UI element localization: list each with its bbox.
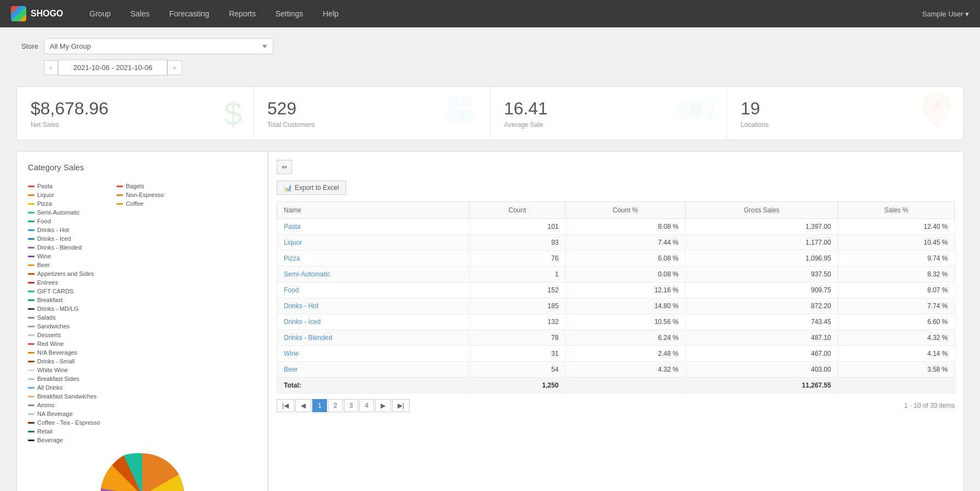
cell-count-pct: 6.24 % [565, 330, 685, 346]
resize-button[interactable]: ⇔ [277, 160, 292, 174]
col-count-pct: Count % [565, 202, 685, 219]
page-info: 1 - 10 of 33 items [904, 402, 955, 409]
page-first-button[interactable]: |◀ [277, 399, 294, 412]
page-3-button[interactable]: 3 [344, 399, 359, 412]
legend-drinks-mdlg: Drinks - MD/LG [28, 305, 100, 312]
col-name: Name [277, 202, 469, 219]
legend-bagels: Bagels [116, 183, 164, 189]
legend-drinks-iced: Drinks - Iced [28, 235, 100, 242]
svg-point-5 [691, 104, 702, 115]
table-total-row: Total: 1,250 11,267.55 [277, 378, 955, 394]
page-4-button[interactable]: 4 [359, 399, 374, 412]
page-next-button[interactable]: ▶ [375, 399, 391, 412]
money-icon [677, 95, 715, 132]
cell-sales-pct: 7.74 % [838, 298, 954, 314]
user-menu[interactable]: Sample User ▾ [922, 10, 969, 18]
user-name: Sample User [922, 10, 963, 18]
cell-name[interactable]: Liquor [277, 235, 469, 251]
cell-name[interactable]: Drinks - Blended [277, 330, 469, 346]
legend-pizza: Pizza [28, 200, 100, 207]
nav-sales[interactable]: Sales [120, 0, 159, 27]
export-label: Export to Excel [295, 184, 339, 192]
col-count: Count [469, 202, 565, 219]
cell-sales-pct: 4.14 % [838, 346, 954, 362]
legend-gift-cards: GIFT CARDS [28, 288, 100, 294]
col-gross-sales: Gross Sales [685, 202, 838, 219]
legend-entrees: Entrees [28, 279, 100, 286]
legend-coffee: Coffee [116, 200, 164, 207]
cell-count: 54 [469, 362, 565, 378]
legend-col-1: Pasta Liquor Pizza Semi-Automatic Food D… [28, 183, 100, 443]
total-gross: 11,267.55 [685, 378, 838, 394]
category-panel: Category Sales Pasta Liquor Pizza Semi-A… [16, 151, 268, 491]
net-sales-label: Net Sales [31, 121, 240, 129]
pagination: |◀ ◀ 1 2 3 4 ▶ ▶| 1 - 10 of 33 items [277, 399, 955, 412]
nav-help[interactable]: Help [313, 0, 348, 27]
table-row: Beer 54 4.32 % 403.00 3.58 % [277, 362, 955, 378]
table-row: Semi-Automatic 1 0.08 % 937.50 8.32 % [277, 267, 955, 282]
legend-sandwiches: Sandwiches [28, 323, 100, 330]
date-prev-button[interactable]: ‹ [44, 60, 58, 75]
col-sales-pct: Sales % [838, 202, 954, 219]
logo-icon [11, 6, 26, 21]
page-1-button[interactable]: 1 [312, 399, 327, 412]
nav-reports[interactable]: Reports [219, 0, 266, 27]
cell-count-pct: 4.32 % [565, 362, 685, 378]
legend-breakfast-sandwiches: Breakfast Sandwiches [28, 393, 100, 400]
cell-count-pct: 6.08 % [565, 251, 685, 267]
date-next-button[interactable]: › [167, 60, 182, 75]
locations-label: Locations [740, 121, 949, 129]
page-last-button[interactable]: ▶| [392, 399, 410, 412]
table-row: Pizza 76 6.08 % 1,096.95 9.74 % [277, 251, 955, 267]
cell-gross-sales: 872.20 [685, 298, 838, 314]
cell-name[interactable]: Drinks - Iced [277, 314, 469, 330]
cell-sales-pct: 6.60 % [838, 314, 954, 330]
legend-drinks-small: Drinks - Small [28, 358, 100, 365]
cell-sales-pct: 10.45 % [838, 235, 954, 251]
cell-name[interactable]: Semi-Automatic [277, 267, 469, 282]
cell-name[interactable]: Wine [277, 346, 469, 362]
store-select[interactable]: All My Group [44, 38, 273, 54]
cell-gross-sales: 467.00 [685, 346, 838, 362]
svg-point-7 [707, 112, 711, 117]
svg-point-0 [448, 96, 461, 109]
pie-chart-area [28, 449, 256, 491]
category-table: Name Count Count % Gross Sales Sales % P… [277, 201, 955, 394]
legend-beer: Beer [28, 262, 100, 268]
store-filter-row: Store All My Group [16, 38, 964, 54]
cell-name[interactable]: Drinks - Hot [277, 298, 469, 314]
app-logo[interactable]: SHOGO [11, 6, 63, 21]
stat-customers: 529 Total Customers [254, 87, 491, 140]
app-name: SHOGO [31, 9, 63, 19]
cell-count: 1 [469, 267, 565, 282]
legend-salads: Salads [28, 314, 100, 321]
cell-gross-sales: 1,177.00 [685, 235, 838, 251]
cell-name[interactable]: Pizza [277, 251, 469, 267]
table-row: Liquor 93 7.44 % 1,177.00 10.45 % [277, 235, 955, 251]
table-row: Food 152 12.16 % 909.75 8.07 % [277, 282, 955, 298]
nav-group[interactable]: Group [80, 0, 121, 27]
legend-drinks-hot: Drinks - Hot [28, 227, 100, 233]
date-range-display: 2021-10-06 - 2021-10-06 [58, 60, 167, 76]
page-prev-button[interactable]: ◀ [295, 399, 311, 412]
nav-items: Group Sales Forecasting Reports Settings… [80, 0, 923, 27]
cell-count-pct: 12.16 % [565, 282, 685, 298]
store-label: Store [16, 42, 38, 50]
cell-sales-pct: 4.32 % [838, 330, 954, 346]
navbar: SHOGO Group Sales Forecasting Reports Se… [0, 0, 980, 27]
legend-semi-auto: Semi-Automatic [28, 209, 100, 216]
cell-name[interactable]: Pasta [277, 219, 469, 235]
cell-count: 185 [469, 298, 565, 314]
legend-na-bev: N/A Beverages [28, 349, 100, 356]
nav-settings[interactable]: Settings [266, 0, 313, 27]
cell-name[interactable]: Beer [277, 362, 469, 378]
page-buttons: |◀ ◀ 1 2 3 4 ▶ ▶| [277, 399, 410, 412]
page-2-button[interactable]: 2 [328, 399, 343, 412]
cell-name[interactable]: Food [277, 282, 469, 298]
cell-count-pct: 2.48 % [565, 346, 685, 362]
table-row: Drinks - Iced 132 10.56 % 743.45 6.60 % [277, 314, 955, 330]
export-excel-button[interactable]: 📊 Export to Excel [277, 181, 346, 195]
cell-count: 93 [469, 235, 565, 251]
legend-pasta: Pasta [28, 183, 100, 189]
nav-forecasting[interactable]: Forecasting [160, 0, 219, 27]
